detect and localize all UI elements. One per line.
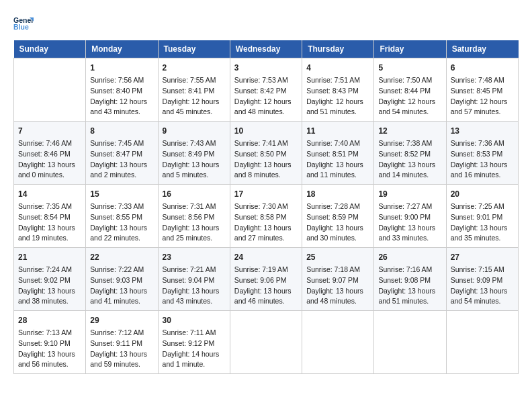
sunrise-text: Sunrise: 7:43 AM bbox=[163, 138, 226, 149]
daylight-text: Daylight: 13 hours and 19 minutes. bbox=[18, 223, 81, 244]
calendar-cell: 4Sunrise: 7:51 AMSunset: 8:43 PMDaylight… bbox=[302, 58, 374, 122]
calendar-cell: 20Sunrise: 7:25 AMSunset: 9:01 PMDayligh… bbox=[446, 185, 518, 248]
day-number: 15 bbox=[90, 188, 153, 200]
sunset-text: Sunset: 8:45 PM bbox=[451, 86, 514, 97]
col-header-thursday: Thursday bbox=[302, 40, 374, 58]
calendar-cell: 15Sunrise: 7:33 AMSunset: 8:55 PMDayligh… bbox=[86, 185, 158, 248]
calendar-cell: 12Sunrise: 7:38 AMSunset: 8:52 PMDayligh… bbox=[374, 122, 446, 185]
sunset-text: Sunset: 9:02 PM bbox=[18, 275, 81, 286]
sunrise-text: Sunrise: 7:46 AM bbox=[18, 138, 81, 149]
day-number: 10 bbox=[234, 125, 298, 137]
calendar-cell: 9Sunrise: 7:43 AMSunset: 8:49 PMDaylight… bbox=[158, 122, 230, 185]
calendar-cell: 16Sunrise: 7:31 AMSunset: 8:56 PMDayligh… bbox=[158, 185, 230, 248]
sunrise-text: Sunrise: 7:48 AM bbox=[451, 75, 514, 86]
sunset-text: Sunset: 8:43 PM bbox=[306, 86, 369, 97]
daylight-text: Daylight: 12 hours and 54 minutes. bbox=[378, 97, 441, 118]
calendar-cell: 30Sunrise: 7:11 AMSunset: 9:12 PMDayligh… bbox=[158, 311, 230, 374]
sunrise-text: Sunrise: 7:55 AM bbox=[163, 75, 226, 86]
col-header-monday: Monday bbox=[86, 40, 158, 58]
sunset-text: Sunset: 9:09 PM bbox=[451, 275, 514, 286]
sunrise-text: Sunrise: 7:21 AM bbox=[163, 265, 226, 275]
sunrise-text: Sunrise: 7:40 AM bbox=[306, 138, 369, 149]
calendar-cell bbox=[302, 311, 374, 374]
sunrise-text: Sunrise: 7:36 AM bbox=[451, 138, 514, 149]
sunrise-text: Sunrise: 7:16 AM bbox=[378, 265, 441, 275]
daylight-text: Daylight: 13 hours and 48 minutes. bbox=[306, 286, 369, 308]
daylight-text: Daylight: 12 hours and 48 minutes. bbox=[234, 97, 298, 118]
daylight-text: Daylight: 12 hours and 51 minutes. bbox=[306, 97, 369, 118]
daylight-text: Daylight: 13 hours and 56 minutes. bbox=[18, 349, 81, 371]
day-number: 29 bbox=[90, 314, 153, 326]
daylight-text: Daylight: 13 hours and 54 minutes. bbox=[451, 286, 514, 308]
sunrise-text: Sunrise: 7:28 AM bbox=[306, 201, 369, 212]
col-header-saturday: Saturday bbox=[446, 40, 518, 58]
sunset-text: Sunset: 9:12 PM bbox=[163, 338, 226, 349]
calendar-cell: 2Sunrise: 7:55 AMSunset: 8:41 PMDaylight… bbox=[158, 58, 230, 122]
svg-text:Blue: Blue bbox=[13, 23, 29, 31]
daylight-text: Daylight: 13 hours and 59 minutes. bbox=[90, 349, 153, 371]
day-number: 17 bbox=[234, 188, 298, 200]
sunset-text: Sunset: 9:08 PM bbox=[378, 275, 441, 286]
daylight-text: Daylight: 13 hours and 35 minutes. bbox=[451, 223, 514, 244]
sunset-text: Sunset: 9:03 PM bbox=[90, 275, 153, 286]
sunset-text: Sunset: 9:00 PM bbox=[378, 212, 441, 223]
sunrise-text: Sunrise: 7:24 AM bbox=[18, 265, 81, 275]
sunrise-text: Sunrise: 7:50 AM bbox=[378, 75, 441, 86]
day-number: 22 bbox=[90, 251, 153, 263]
day-number: 25 bbox=[306, 251, 369, 263]
col-header-wednesday: Wednesday bbox=[230, 40, 302, 58]
day-number: 24 bbox=[234, 251, 298, 263]
day-number: 7 bbox=[18, 125, 81, 137]
sunset-text: Sunset: 9:11 PM bbox=[90, 338, 153, 349]
daylight-text: Daylight: 13 hours and 51 minutes. bbox=[378, 286, 441, 308]
day-number: 18 bbox=[306, 188, 369, 200]
col-header-tuesday: Tuesday bbox=[158, 40, 230, 58]
sunset-text: Sunset: 8:49 PM bbox=[163, 149, 226, 160]
calendar-cell: 7Sunrise: 7:46 AMSunset: 8:46 PMDaylight… bbox=[14, 122, 86, 185]
daylight-text: Daylight: 13 hours and 43 minutes. bbox=[163, 286, 226, 308]
sunrise-text: Sunrise: 7:38 AM bbox=[378, 138, 441, 149]
day-number: 21 bbox=[18, 251, 81, 263]
sunset-text: Sunset: 9:10 PM bbox=[18, 338, 81, 349]
daylight-text: Daylight: 13 hours and 8 minutes. bbox=[234, 160, 298, 181]
day-number: 5 bbox=[378, 62, 441, 74]
calendar-cell: 29Sunrise: 7:12 AMSunset: 9:11 PMDayligh… bbox=[86, 311, 158, 374]
logo-icon: General Blue bbox=[13, 13, 34, 34]
sunrise-text: Sunrise: 7:45 AM bbox=[90, 138, 153, 149]
col-header-friday: Friday bbox=[374, 40, 446, 58]
daylight-text: Daylight: 12 hours and 57 minutes. bbox=[451, 97, 514, 118]
daylight-text: Daylight: 13 hours and 5 minutes. bbox=[163, 160, 226, 181]
sunset-text: Sunset: 8:40 PM bbox=[90, 86, 153, 97]
day-number: 9 bbox=[163, 125, 226, 137]
sunrise-text: Sunrise: 7:22 AM bbox=[90, 265, 153, 275]
daylight-text: Daylight: 13 hours and 25 minutes. bbox=[163, 223, 226, 244]
day-number: 8 bbox=[90, 125, 153, 137]
day-number: 14 bbox=[18, 188, 81, 200]
sunset-text: Sunset: 8:55 PM bbox=[90, 212, 153, 223]
calendar-cell: 24Sunrise: 7:19 AMSunset: 9:06 PMDayligh… bbox=[230, 248, 302, 311]
sunset-text: Sunset: 8:54 PM bbox=[18, 212, 81, 223]
day-number: 26 bbox=[378, 251, 441, 263]
day-number: 20 bbox=[451, 188, 514, 200]
sunset-text: Sunset: 8:53 PM bbox=[451, 149, 514, 160]
sunset-text: Sunset: 8:50 PM bbox=[234, 149, 298, 160]
calendar-cell: 8Sunrise: 7:45 AMSunset: 8:47 PMDaylight… bbox=[86, 122, 158, 185]
calendar-cell: 11Sunrise: 7:40 AMSunset: 8:51 PMDayligh… bbox=[302, 122, 374, 185]
daylight-text: Daylight: 13 hours and 11 minutes. bbox=[306, 160, 369, 181]
calendar-cell: 23Sunrise: 7:21 AMSunset: 9:04 PMDayligh… bbox=[158, 248, 230, 311]
calendar-cell: 21Sunrise: 7:24 AMSunset: 9:02 PMDayligh… bbox=[14, 248, 86, 311]
day-number: 27 bbox=[451, 251, 514, 263]
calendar-cell: 25Sunrise: 7:18 AMSunset: 9:07 PMDayligh… bbox=[302, 248, 374, 311]
sunset-text: Sunset: 8:56 PM bbox=[163, 212, 226, 223]
day-number: 4 bbox=[306, 62, 369, 74]
sunset-text: Sunset: 8:41 PM bbox=[163, 86, 226, 97]
col-header-sunday: Sunday bbox=[14, 40, 86, 58]
sunrise-text: Sunrise: 7:12 AM bbox=[90, 328, 153, 338]
sunrise-text: Sunrise: 7:30 AM bbox=[234, 201, 298, 212]
calendar-cell: 13Sunrise: 7:36 AMSunset: 8:53 PMDayligh… bbox=[446, 122, 518, 185]
calendar-cell: 10Sunrise: 7:41 AMSunset: 8:50 PMDayligh… bbox=[230, 122, 302, 185]
sunset-text: Sunset: 8:46 PM bbox=[18, 149, 81, 160]
logo: General Blue bbox=[13, 13, 36, 34]
sunrise-text: Sunrise: 7:33 AM bbox=[90, 201, 153, 212]
sunrise-text: Sunrise: 7:18 AM bbox=[306, 265, 369, 275]
